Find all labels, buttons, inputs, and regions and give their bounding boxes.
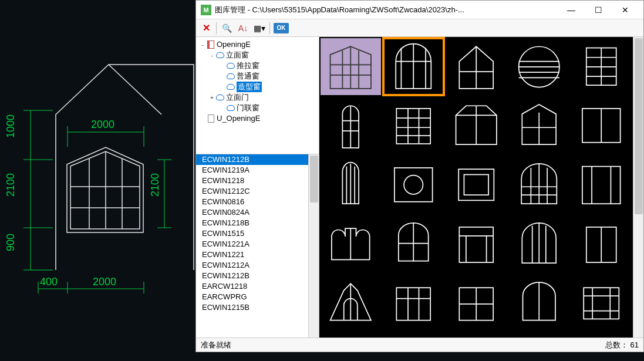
page-icon: [207, 114, 215, 123]
thumbnail-item[interactable]: [508, 97, 569, 154]
separator: [269, 22, 270, 34]
tree-item[interactable]: 推拉窗: [197, 60, 318, 71]
block-name-list[interactable]: ECWIN1212BECWIN1219AECWIN1218ECWIN1212CE…: [196, 154, 319, 338]
dim-2100-left: 2100: [5, 173, 16, 197]
list-item[interactable]: ECWIN1221A: [196, 239, 319, 249]
thumbnail-item[interactable]: [508, 216, 569, 273]
scrollbar-thumb[interactable]: [310, 156, 318, 203]
tree-label: 普通窗: [237, 71, 259, 82]
category-tree[interactable]: -OpeningE-立面窗 推拉窗 普通窗 造型窗+立面门 门联窗 U_Open…: [196, 37, 319, 154]
thumbnail-item[interactable]: [321, 97, 381, 154]
book-icon: [207, 41, 215, 49]
cloud-icon: [227, 104, 235, 112]
thumbnail-item[interactable]: [383, 216, 444, 273]
tree-item[interactable]: -立面窗: [197, 50, 318, 60]
thumbnail-item[interactable]: [383, 97, 444, 154]
svg-rect-68: [582, 167, 621, 204]
status-text: 准备就绪: [201, 340, 231, 350]
tree-label: OpeningE: [217, 39, 251, 50]
list-item[interactable]: ECWIN1215B: [196, 302, 319, 313]
thumbnail-panel: [319, 37, 643, 338]
dim-900: 900: [5, 234, 16, 251]
ok-button[interactable]: OK: [274, 23, 289, 33]
thumbnail-item[interactable]: [321, 157, 381, 214]
list-item[interactable]: ECWIN1218B: [196, 218, 319, 228]
thumbnail-item[interactable]: [571, 38, 632, 95]
scrollbar-thumb[interactable]: [635, 38, 643, 214]
svg-rect-84: [396, 288, 430, 320]
thumbnail-item[interactable]: [508, 38, 569, 95]
thumbnail-item[interactable]: [571, 275, 632, 332]
tree-label: 造型窗: [237, 82, 262, 92]
thumbnail-item[interactable]: [321, 38, 381, 95]
tree-item[interactable]: 造型窗: [197, 82, 318, 92]
dim-1000: 1000: [5, 114, 16, 138]
thumbnail-item[interactable]: [321, 216, 381, 273]
tree-item[interactable]: U_OpeningE: [197, 113, 318, 124]
list-scrollbar[interactable]: [308, 154, 319, 338]
list-item[interactable]: ECWIN1219A: [196, 165, 319, 176]
list-item[interactable]: ECWIN1515: [196, 228, 319, 239]
thumbnail-item[interactable]: [446, 275, 507, 332]
sort-icon[interactable]: A↓: [237, 22, 249, 35]
expand-icon[interactable]: -: [208, 50, 216, 60]
search-icon[interactable]: 🔍: [220, 22, 233, 35]
dim-2100-right: 2100: [149, 173, 161, 197]
thumbnail-item[interactable]: [321, 275, 381, 332]
close-tool-icon[interactable]: ✕: [200, 22, 213, 35]
svg-point-60: [404, 176, 423, 194]
thumbnail-item[interactable]: [446, 216, 507, 273]
minimize-button[interactable]: —: [558, 1, 585, 19]
tree-item[interactable]: 门联窗: [197, 103, 318, 113]
svg-rect-62: [464, 175, 488, 195]
thumbnail-scrollbar[interactable]: [633, 37, 643, 338]
list-item[interactable]: ECWIN1212C: [196, 186, 319, 197]
cloud-icon: [216, 93, 224, 102]
thumbnail-item[interactable]: [446, 157, 507, 214]
body-area: -OpeningE-立面窗 推拉窗 普通窗 造型窗+立面门 门联窗 U_Open…: [196, 37, 643, 338]
tree-item[interactable]: -OpeningE: [197, 39, 318, 50]
thumbnail-item[interactable]: [508, 157, 569, 214]
thumbnail-item[interactable]: [571, 97, 632, 154]
cloud-icon: [227, 83, 235, 91]
thumbnail-item[interactable]: [508, 275, 569, 332]
count-value: 61: [630, 340, 639, 349]
expand-icon[interactable]: -: [198, 39, 207, 50]
titlebar[interactable]: M 图库管理 - C:\Users\53515\AppData\Roaming\…: [196, 1, 643, 19]
list-item[interactable]: EARCWPRG: [196, 292, 319, 302]
app-icon: M: [201, 5, 211, 15]
thumbnail-item[interactable]: [383, 38, 444, 95]
maximize-button[interactable]: ☐: [585, 1, 612, 19]
expand-icon[interactable]: +: [208, 92, 216, 103]
dim-2000-bottom: 2000: [93, 276, 116, 288]
layout-icon[interactable]: ▦▾: [253, 22, 266, 35]
tree-label: 立面窗: [226, 50, 249, 60]
list-item[interactable]: ECWIN1212B: [196, 154, 319, 165]
svg-rect-44: [396, 109, 430, 144]
thumbnail-item[interactable]: [383, 157, 444, 214]
count-label: 总数：: [605, 340, 628, 350]
thumbnail-item[interactable]: [571, 157, 632, 214]
separator: [216, 22, 217, 34]
close-button[interactable]: ✕: [612, 1, 639, 19]
thumbnail-item[interactable]: [446, 38, 507, 95]
tree-item[interactable]: +立面门: [197, 92, 318, 103]
library-manager-dialog: M 图库管理 - C:\Users\53515\AppData\Roaming\…: [195, 0, 644, 352]
list-item[interactable]: ECWIN1218: [196, 176, 319, 186]
list-item[interactable]: ECWIN0824A: [196, 207, 319, 218]
toolbar: ✕ 🔍 A↓ ▦▾ OK: [196, 19, 643, 37]
list-item[interactable]: ECWIN1212B: [196, 271, 319, 281]
dim-400: 400: [40, 276, 58, 288]
list-item[interactable]: ECWIN0816: [196, 197, 319, 207]
thumbnail-item[interactable]: [446, 97, 507, 154]
tree-item[interactable]: 普通窗: [197, 71, 318, 82]
thumbnail-item[interactable]: [383, 275, 444, 332]
thumbnail-item[interactable]: [571, 216, 632, 273]
list-item[interactable]: EARCW1218: [196, 281, 319, 292]
statusbar: 准备就绪 总数： 61: [196, 338, 643, 352]
list-item[interactable]: ECWIN1221: [196, 249, 319, 260]
list-item[interactable]: ECWIN1212A: [196, 260, 319, 271]
cloud-icon: [227, 72, 235, 80]
thumbnail-scroll[interactable]: [319, 37, 633, 338]
tree-label: 推拉窗: [237, 60, 259, 71]
